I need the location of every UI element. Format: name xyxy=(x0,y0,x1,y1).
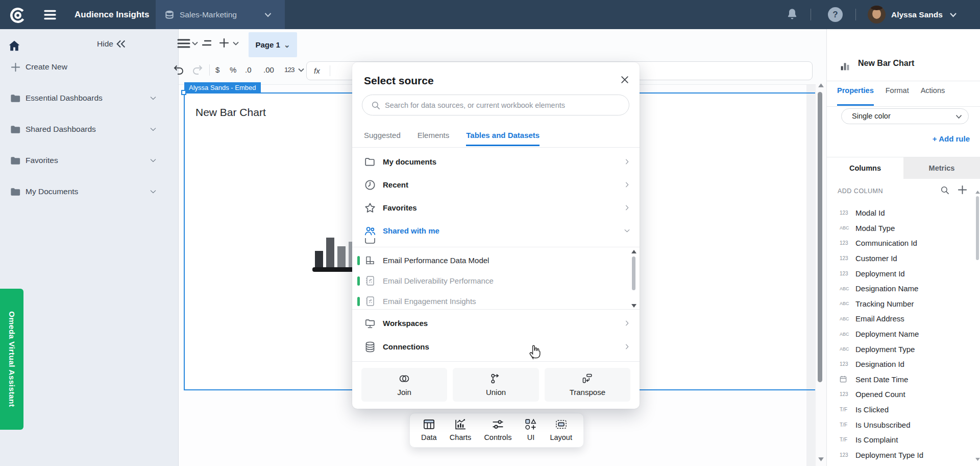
dock-layout-button[interactable]: Layout xyxy=(550,418,572,447)
source-item-my-documents[interactable]: My documents xyxy=(352,150,640,173)
column-row[interactable]: 123Designation Id xyxy=(827,357,976,372)
omeda-logo-icon[interactable] xyxy=(9,6,27,25)
number-format-icon[interactable]: 123 xyxy=(284,60,295,80)
join-icon xyxy=(398,372,410,385)
add-element-icon[interactable] xyxy=(219,38,229,48)
tab-tables-and-datasets[interactable]: Tables and Datasets xyxy=(466,131,540,146)
decrease-decimals-icon[interactable]: .0 xyxy=(245,60,252,80)
shared-item-email-performance-data-model[interactable]: Email Performance Data Model xyxy=(352,250,640,271)
menu-icon[interactable] xyxy=(44,10,56,20)
sublist-scrollbar-thumb[interactable] xyxy=(632,257,635,290)
subtab-metrics[interactable]: Metrics xyxy=(903,157,980,179)
union-button[interactable]: Union xyxy=(453,368,538,402)
column-row[interactable]: ABCModal Type xyxy=(827,221,976,236)
sidebar-item-shared-dashboards[interactable]: Shared Dashboards xyxy=(0,114,179,145)
column-row[interactable]: ABCDeployment Name xyxy=(827,327,976,342)
column-row[interactable]: ABCDesignation Name xyxy=(827,281,976,296)
scroll-up-icon[interactable] xyxy=(818,83,824,88)
column-row[interactable]: 123Customer Id xyxy=(827,251,976,266)
source-item-workspaces[interactable]: Workspaces xyxy=(352,312,640,335)
tab-elements[interactable]: Elements xyxy=(418,131,450,146)
color-mode-select[interactable]: Single color xyxy=(841,108,969,124)
add-rule-button[interactable]: + Add rule xyxy=(827,134,970,143)
scroll-up-icon[interactable] xyxy=(631,249,637,254)
outline-icon[interactable] xyxy=(202,39,211,48)
virtual-assistant-banner[interactable]: Omeda Virtual Assistant xyxy=(0,289,23,430)
dock-data-button[interactable]: Data xyxy=(421,418,437,447)
join-button[interactable]: Join xyxy=(361,368,447,402)
undo-icon[interactable] xyxy=(174,65,184,75)
increase-decimals-icon[interactable]: .00 xyxy=(263,60,274,80)
dock-ui-button[interactable]: UI xyxy=(524,418,537,447)
currency-format-icon[interactable]: $ xyxy=(215,60,219,80)
scroll-down-icon[interactable] xyxy=(631,304,637,308)
source-search-input[interactable] xyxy=(362,95,629,115)
collapse-double-chevron-icon[interactable] xyxy=(115,38,127,50)
column-row[interactable]: 123Modal Id xyxy=(827,205,976,221)
search-icon[interactable] xyxy=(940,185,949,195)
folder-icon xyxy=(10,124,21,135)
column-row[interactable]: 123Communication Id xyxy=(827,236,976,251)
panel-tab-actions[interactable]: Actions xyxy=(921,86,945,106)
element-title[interactable]: New Bar Chart xyxy=(195,106,266,119)
close-icon[interactable] xyxy=(620,75,630,85)
workspace-name[interactable]: Sales-Marketing xyxy=(180,0,237,29)
sidebar-item-essential-dashboards[interactable]: Essential Dashboards xyxy=(0,83,179,113)
add-column-icon[interactable] xyxy=(958,185,967,195)
column-row[interactable]: T/FIs Clicked xyxy=(827,402,976,417)
chevron-down-icon[interactable] xyxy=(149,125,157,133)
sidebar-item-my-documents[interactable]: My Documents xyxy=(0,176,179,207)
subtab-columns[interactable]: Columns xyxy=(827,157,903,179)
chevron-down-icon[interactable] xyxy=(149,156,157,165)
sidebar-item-create-new[interactable]: Create New xyxy=(0,52,179,82)
chevron-down-icon[interactable] xyxy=(949,12,957,17)
page-tab[interactable]: Page 1⌄ xyxy=(249,32,297,57)
canvas-scrollbar-thumb[interactable] xyxy=(818,92,822,382)
source-item-favorites[interactable]: Favorites xyxy=(352,196,640,219)
home-icon[interactable] xyxy=(8,39,21,53)
transpose-button[interactable]: Transpose xyxy=(545,368,630,402)
scroll-down-icon[interactable] xyxy=(975,457,980,461)
source-item-recent[interactable]: Recent xyxy=(352,173,640,196)
panel-tab-properties[interactable]: Properties xyxy=(837,86,874,106)
ui-icon xyxy=(524,418,537,431)
dock-charts-button[interactable]: Charts xyxy=(450,418,472,447)
percent-format-icon[interactable]: % xyxy=(230,60,236,80)
column-row[interactable]: 123Deployment Type Id xyxy=(827,448,976,463)
column-row[interactable]: 123Opened Count xyxy=(827,387,976,402)
sidebar-item-favorites[interactable]: Favorites xyxy=(0,145,179,176)
chevron-down-icon[interactable] xyxy=(298,68,304,72)
dock-controls-button[interactable]: Controls xyxy=(484,418,511,447)
column-row[interactable]: T/FIs Complaint xyxy=(827,432,976,448)
column-row[interactable]: 123Deployment Id xyxy=(827,266,976,281)
user-name[interactable]: Alyssa Sands xyxy=(891,0,943,29)
column-row[interactable]: ABCDeployment Type xyxy=(827,341,976,357)
chevron-down-icon[interactable] xyxy=(955,114,962,119)
panel-tab-format[interactable]: Format xyxy=(886,86,909,106)
notifications-icon[interactable] xyxy=(786,8,798,21)
column-row[interactable]: Sent Date Time xyxy=(827,372,976,387)
tab-suggested[interactable]: Suggested xyxy=(364,131,401,146)
help-icon[interactable]: ? xyxy=(828,7,843,22)
column-row[interactable]: ABCEmail Address xyxy=(827,311,976,327)
source-item-connections[interactable]: Connections xyxy=(352,335,640,358)
chevron-down-icon[interactable] xyxy=(264,12,272,17)
grid-options-icon[interactable] xyxy=(177,38,190,49)
column-row[interactable]: ABCTracking Number xyxy=(827,296,976,312)
data-model-icon xyxy=(364,254,376,266)
scroll-down-icon[interactable] xyxy=(818,457,824,462)
column-row[interactable]: T/FIs Unsubscribed xyxy=(827,417,976,432)
selection-resize-handle[interactable] xyxy=(181,90,186,95)
scroll-up-icon[interactable] xyxy=(975,190,980,194)
column-type-icon: ABC xyxy=(840,225,855,230)
chevron-down-icon[interactable] xyxy=(149,188,157,196)
shared-item-email-engagement-insights[interactable]: Email Engagement Insights xyxy=(352,291,640,310)
hide-sidebar-label[interactable]: Hide xyxy=(97,37,113,51)
chevron-down-icon[interactable] xyxy=(233,41,239,45)
shared-item-email-deliverability-performance[interactable]: Email Deliverability Performance xyxy=(352,271,640,291)
panel-scrollbar-thumb[interactable] xyxy=(976,196,979,260)
chevron-down-icon[interactable] xyxy=(192,41,198,45)
chevron-down-icon[interactable] xyxy=(149,94,157,102)
user-avatar[interactable] xyxy=(868,6,886,24)
redo-icon[interactable] xyxy=(192,65,203,75)
